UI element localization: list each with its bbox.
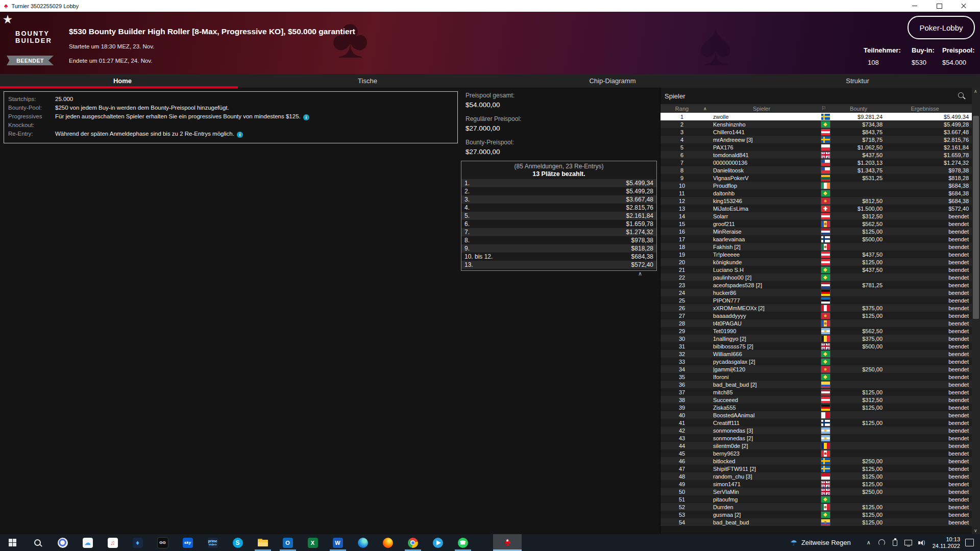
scrollbar-thumb[interactable] [973,116,979,319]
column-header-player[interactable]: Spieler [712,106,812,112]
payout-collapse-chevron-icon[interactable]: ∧ [638,270,642,277]
taskbar-file-explorer-icon[interactable] [250,534,275,551]
player-row[interactable]: 31bibibossss75 [2]$500,00beendet [660,342,972,350]
scroll-down-icon[interactable]: ∨ [974,528,977,533]
player-row[interactable]: 26xXROMmMEOXx [2]$375,00beendet [660,304,972,312]
taskbar-ggpoker-icon[interactable]: GG [150,534,175,551]
notification-center-icon[interactable] [965,539,974,546]
player-row[interactable]: 18Fakhish [2]beendet [660,243,972,251]
player-row[interactable]: 32WilliamI666beendet [660,350,972,358]
player-row[interactable]: 34|gammi|€120$250,00beendet [660,365,972,373]
taskbar-chrome-icon[interactable] [400,534,425,551]
player-row[interactable]: 25PIPON777beendet [660,296,972,304]
player-row[interactable]: 35Iforonibeendet [660,373,972,381]
tab-chip-diagramm[interactable]: Chip-Diagramm [490,74,735,88]
player-row[interactable]: 13MiJatoEsLima$1.500,00$572,40 [660,205,972,212]
taskbar-sky-go-icon[interactable]: sky [175,534,200,551]
player-row[interactable]: 27baaaaddyyyy$125,00beendet [660,312,972,319]
player-row[interactable]: 20königkunde$125,00beendet [660,258,972,266]
player-row[interactable]: 51pitaoufmgbeendet [660,495,972,503]
player-row[interactable]: 23aceofspades528 [2]$781,25beendet [660,281,972,289]
taskbar-edge-icon[interactable] [350,534,375,551]
taskbar-skype-icon[interactable]: S [225,534,250,551]
player-row[interactable]: 16MinReraise$125,00beendet [660,228,972,235]
player-row[interactable]: 10Proudflop$684,38 [660,182,972,189]
player-row[interactable]: 37mitch85$125,00beendet [660,388,972,396]
player-row[interactable]: 54bad_beat_bud$125,00beendet [660,518,972,526]
taskbar-whatsapp-icon[interactable]: ☎ [450,534,475,551]
tray-volume-icon[interactable]: ) [916,534,927,551]
search-icon[interactable] [958,92,966,100]
tray-usb-icon[interactable] [890,534,901,551]
favorite-star-icon[interactable]: ★ [3,13,12,26]
player-row[interactable]: 44silentm0de [2]beendet [660,442,972,449]
tab-struktur[interactable]: Struktur [735,74,980,88]
taskbar-apple-music-icon[interactable]: ♫ [100,534,125,551]
player-row[interactable]: 33pycadasgalax [2]beendet [660,358,972,365]
scroll-up-icon[interactable]: ∧ [974,89,977,94]
column-header-bounty[interactable]: Bounty [836,106,881,112]
taskbar-excel-icon[interactable]: X [300,534,325,551]
player-row[interactable]: 46bitlocked$250,00beendet [660,457,972,465]
poker-lobby-button[interactable]: Poker-Lobby [908,16,975,39]
info-icon[interactable]: i [303,114,309,120]
close-button[interactable] [953,0,974,12]
player-row[interactable]: 17kaarlevainaa$500,00beendet [660,235,972,243]
player-row[interactable]: 11daltonhb$684,38 [660,189,972,197]
player-row[interactable]: 21Luciano S.H$437,50beendet [660,266,972,273]
player-row[interactable]: 8Danielitoosk$1.343,75$978,38 [660,166,972,174]
player-row[interactable]: 28t4t0PAGAUbeendet [660,319,972,327]
player-row[interactable]: 15groof211$562,50beendet [660,220,972,228]
info-icon[interactable]: i [237,132,243,138]
player-row[interactable]: 5PAX176$1.062,50$2.161,84 [660,143,972,151]
taskbar-icloud-icon[interactable]: ☁ [75,534,100,551]
player-row[interactable]: 45berny9623beendet [660,449,972,457]
tab-tische[interactable]: Tische [245,74,490,88]
player-row[interactable]: 40BoostedAAnimalbeendet [660,411,972,419]
player-row[interactable]: 36bad_beat_bud [2]beendet [660,381,972,388]
player-row[interactable]: 39Ziska555$125,00beendet [660,404,972,411]
player-row[interactable]: 4mrAndreeew [3]$718,75$2.815,76 [660,136,972,143]
column-header-result[interactable]: Ergebnisse [881,106,972,112]
sort-ascending-icon[interactable]: ∧ [703,106,712,111]
player-row[interactable]: 2Kenshinznho$734,38$5.499,28 [660,120,972,128]
taskbar-search-icon[interactable] [25,534,50,551]
taskbar-firefox-icon[interactable] [375,534,400,551]
player-row[interactable]: 47ShipitFTW911 [2]$125,00beendet [660,465,972,472]
player-row[interactable]: 700000000136$1.203,13$1.274,32 [660,159,972,166]
player-row[interactable]: 14Solarr$312,50beendet [660,212,972,220]
tray-sync-icon[interactable] [876,534,888,551]
weather-widget[interactable]: ☂ Zeitweise Regen [790,538,850,547]
player-row[interactable]: 22paulinhoo00 [2]beendet [660,273,972,281]
column-header-rank[interactable]: Rang [660,106,703,112]
minimize-button[interactable] [904,0,925,12]
player-row[interactable]: 301nallingyo [2]$375,00beendet [660,335,972,342]
player-row[interactable]: 50SerVlaMin$250,00beendet [660,488,972,495]
player-row[interactable]: 12king153246$812,50$684,38 [660,197,972,205]
player-row[interactable]: 24hucker86beendet [660,289,972,296]
player-row[interactable]: 19Tr!pleeeee$437,50beendet [660,251,972,258]
taskbar-clock[interactable]: 10:13 24.11.2022 [933,536,960,549]
player-row[interactable]: 43sonmonedas [2]beendet [660,434,972,442]
taskbar-diamond-app-icon[interactable]: ♦ [125,534,150,551]
player-row[interactable]: 29Tet01990$562,50beendet [660,327,972,335]
player-row[interactable]: 3Chillero1441$843,75$3.667,48 [660,128,972,136]
player-row[interactable]: 42sonmonedas [3]beendet [660,427,972,434]
column-header-flag-icon[interactable]: ⚐ [812,105,836,112]
taskbar-start-icon[interactable] [0,534,25,551]
maximize-button[interactable] [929,0,949,12]
player-row[interactable]: 1zwolle$9.281,24$5.499,34 [660,113,972,120]
tab-home[interactable]: Home [0,74,245,88]
player-row[interactable]: 6tomdonald841$437,50$1.659,78 [660,151,972,159]
player-row[interactable]: 9VlgnasPokerV$531,25$818,28 [660,174,972,182]
taskbar-round-app-icon[interactable] [50,534,75,551]
tray-network-icon[interactable] [903,534,914,551]
tray-chevron-up-icon[interactable]: ∧ [863,534,874,551]
taskbar-word-icon[interactable]: W [325,534,350,551]
player-row[interactable]: 48random_chu [3]$125,00beendet [660,472,972,480]
taskbar-prime-video-icon[interactable]: primevideo [200,534,225,551]
player-row[interactable]: 52Durrden$125,00beendet [660,503,972,511]
player-row[interactable]: 53gusmaa [2]$125,00beendet [660,511,972,518]
players-scrollbar[interactable]: ∧ ∨ [972,88,980,534]
player-row[interactable]: 49simon1471$125,00beendet [660,480,972,488]
